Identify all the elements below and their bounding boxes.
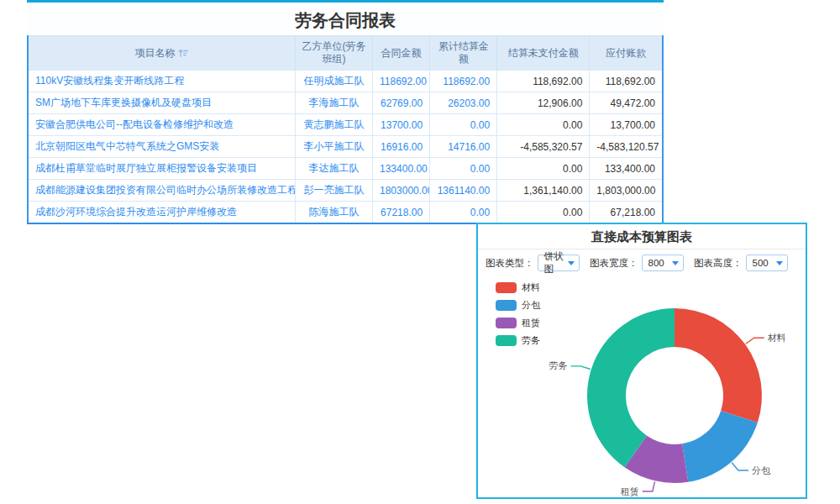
column-header-label: 结算未支付金额 (508, 47, 579, 59)
cell-team-name[interactable]: 李海施工队 (295, 92, 372, 114)
label-connector-2 (643, 481, 655, 491)
cell-contract-amount: 16916.00 (373, 136, 430, 158)
table-row: 安徽合肥供电公司--配电设备检修维护和改造黄志鹏施工队13700.000.000… (28, 114, 663, 136)
control-label-2: 图表高度： (694, 257, 743, 270)
cell-contract-amount: 67218.00 (373, 202, 430, 224)
cell-unpaid-settlement: -4,585,320.57 (497, 136, 590, 158)
pie-label-1: 分包 (752, 465, 771, 475)
cell-team-name[interactable]: 李达施工队 (295, 158, 372, 180)
cell-contract-amount: 62769.00 (373, 92, 430, 114)
column-header-4: 结算未支付金额 (497, 36, 590, 71)
control-label-1: 图表宽度： (590, 257, 638, 270)
control-label-0: 图表类型： (486, 257, 534, 270)
cell-settled-amount: 14716.00 (430, 136, 497, 158)
column-header-label: 应付账款 (606, 47, 646, 59)
cell-payable: -4,583,120.57 (590, 136, 663, 158)
cell-payable: 67,218.00 (590, 202, 663, 224)
legend-label: 分包 (522, 299, 540, 312)
cell-team-name[interactable]: 李小平施工队 (295, 136, 372, 158)
column-header-2: 合同金额 (373, 36, 430, 71)
cell-project-name[interactable]: 成都杜甫草堂临时展厅独立展柜报警设备安装项目 (28, 158, 295, 180)
cell-unpaid-settlement: 0.00 (497, 114, 590, 136)
cell-settled-amount: 1361140.00 (430, 180, 497, 202)
cell-unpaid-settlement: 12,906.00 (497, 92, 590, 114)
legend-label: 劳务 (522, 334, 540, 347)
legend-item-0[interactable]: 材料 (496, 281, 540, 294)
direct-cost-budget-chart-card: 直接成本预算图表 图表类型：饼状图图表宽度：800图表高度：500 材料分包租赁… (476, 223, 807, 499)
chart-area: 材料分包租赁劳务 材料分包租赁劳务 (478, 276, 806, 496)
select-value: 800 (648, 258, 664, 268)
legend-label: 材料 (522, 281, 540, 294)
report-title: 劳务合同报表 (27, 3, 664, 35)
cell-contract-amount: 133400.00 (373, 158, 430, 180)
cell-unpaid-settlement: 118,692.00 (497, 71, 590, 92)
legend-swatch (496, 282, 517, 293)
cell-team-name[interactable]: 黄志鹏施工队 (295, 114, 372, 136)
select-0[interactable]: 饼状图 (538, 255, 580, 271)
column-header-3: 累计结算金额 (430, 36, 497, 71)
cell-settled-amount: 0.00 (430, 202, 497, 224)
chevron-down-icon (776, 261, 783, 265)
cell-project-name[interactable]: 成都能源建设集团投资有限公司临时办公场所装修改造工程EPC (28, 180, 295, 202)
cell-settled-amount: 26203.00 (430, 92, 497, 114)
cell-settled-amount: 118692.00 (430, 71, 497, 92)
cell-payable: 13,700.00 (590, 114, 663, 136)
cell-project-name[interactable]: 110kV安徽线程集变开断线路工程 (28, 71, 295, 92)
legend-item-3[interactable]: 劳务 (496, 334, 540, 347)
legend-item-1[interactable]: 分包 (496, 299, 540, 312)
cell-unpaid-settlement: 1,361,140.00 (497, 180, 590, 202)
chart-legend: 材料分包租赁劳务 (496, 281, 540, 352)
select-1[interactable]: 800 (642, 255, 685, 271)
cell-payable: 118,692.00 (590, 71, 663, 92)
cell-contract-amount: 13700.00 (373, 114, 430, 136)
cell-payable: 49,472.00 (590, 92, 663, 114)
chevron-down-icon (672, 261, 679, 265)
select-2[interactable]: 500 (746, 255, 789, 271)
cell-contract-amount: 1803000.00 (373, 180, 430, 202)
select-value: 饼状图 (544, 250, 569, 276)
column-header-5: 应付账款 (590, 36, 663, 71)
cell-project-name[interactable]: 成都沙河环境综合提升改造运河护岸维修改造 (28, 202, 295, 224)
report-table: 项目名称 乙方单位(劳务班组)合同金额累计结算金额结算未支付金额应付账款 110… (27, 35, 664, 224)
table-row: 成都杜甫草堂临时展厅独立展柜报警设备安装项目李达施工队133400.000.00… (28, 158, 663, 180)
pie-label-2: 租赁 (621, 486, 639, 496)
cell-payable: 133,400.00 (590, 158, 663, 180)
label-connector-3 (570, 366, 590, 370)
column-header-label: 项目名称 (134, 47, 175, 59)
pie-slice-0[interactable] (675, 308, 762, 423)
table-row: 成都沙河环境综合提升改造运河护岸维修改造陈海施工队67218.000.000.0… (28, 202, 663, 224)
cell-project-name[interactable]: 安徽合肥供电公司--配电设备检修维护和改造 (28, 114, 295, 136)
cell-project-name[interactable]: 北京朝阳区电气中芯特气系统之GMS安装 (28, 136, 295, 158)
table-row: 成都能源建设集团投资有限公司临时办公场所装修改造工程EPC彭一亮施工队18030… (28, 180, 663, 202)
table-row: SM广场地下车库更换摄像机及硬盘项目李海施工队62769.0026203.001… (28, 92, 663, 114)
table-header-row: 项目名称 乙方单位(劳务班组)合同金额累计结算金额结算未支付金额应付账款 (28, 36, 663, 71)
cell-unpaid-settlement: 0.00 (497, 202, 590, 224)
column-header-label: 乙方单位(劳务班组) (302, 40, 365, 65)
pie-label-0: 材料 (768, 333, 786, 343)
column-header-label: 合同金额 (381, 47, 422, 59)
legend-swatch (496, 318, 517, 328)
cell-team-name[interactable]: 陈海施工队 (295, 202, 372, 224)
cell-settled-amount: 0.00 (430, 158, 497, 180)
pie-label-3: 劳务 (549, 360, 567, 370)
legend-item-2[interactable]: 租赁 (496, 317, 540, 329)
chevron-down-icon (568, 261, 575, 265)
label-connector-1 (732, 463, 748, 470)
legend-swatch (496, 335, 517, 346)
cell-contract-amount: 118692.00 (373, 71, 430, 92)
legend-swatch (496, 300, 517, 311)
sort-icon[interactable] (178, 48, 188, 58)
cell-team-name[interactable]: 彭一亮施工队 (295, 180, 372, 202)
table-row: 110kV安徽线程集变开断线路工程任明成施工队118692.00118692.0… (28, 71, 663, 92)
table-row: 北京朝阳区电气中芯特气系统之GMS安装李小平施工队16916.0014716.0… (28, 136, 663, 158)
column-header-label: 累计结算金额 (438, 40, 489, 65)
pie-slice-1[interactable] (682, 411, 758, 482)
cell-team-name[interactable]: 任明成施工队 (295, 71, 372, 92)
column-header-0[interactable]: 项目名称 (28, 36, 295, 71)
select-value: 500 (753, 258, 769, 268)
cell-settled-amount: 0.00 (430, 114, 497, 136)
chart-controls: 图表类型：饼状图图表宽度：800图表高度：500 (478, 249, 806, 276)
cell-project-name[interactable]: SM广场地下车库更换摄像机及硬盘项目 (28, 92, 295, 114)
cell-unpaid-settlement: 0.00 (497, 158, 590, 180)
chart-title: 直接成本预算图表 (478, 224, 806, 249)
